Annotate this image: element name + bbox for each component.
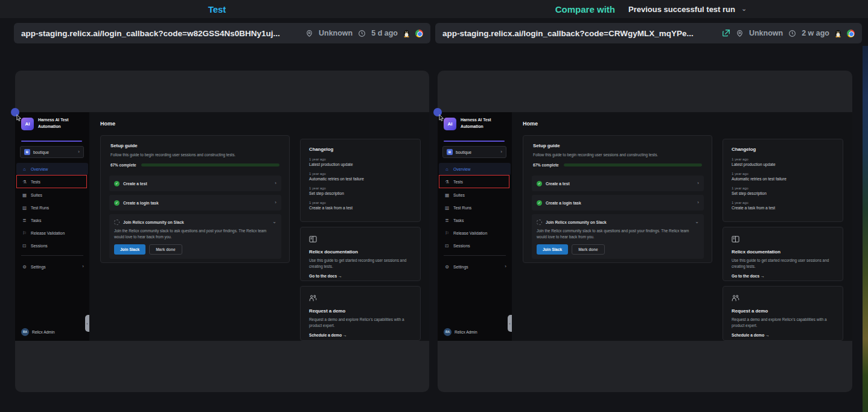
setup-item-create-login-task: ✓ Create a login task › (532, 195, 704, 211)
progress-label: 67% complete (533, 163, 559, 167)
setup-item-join-slack: Join Relicx community on Slack ⌄ Join th… (109, 214, 281, 259)
project-name: boutique (456, 150, 497, 154)
changelog-text: Automatic retries on test failure (309, 177, 412, 181)
project-initial-badge: B (447, 149, 453, 155)
compare-url-text: app-staging.relicx.ai/login_callback?cod… (442, 29, 716, 38)
unchecked-circle-icon (537, 220, 542, 225)
documentation-description: Use this guide to get started recording … (732, 258, 834, 270)
changelog-text: Latest production update (309, 162, 412, 166)
sidebar-divider (21, 255, 83, 256)
tag-icon: ⚐ (22, 230, 27, 236)
setup-item-label: Create a login task (123, 201, 271, 205)
documentation-title: Relicx documentation (732, 249, 834, 255)
changelog-time: 1 year ago (309, 157, 412, 161)
chevron-right-icon: › (275, 200, 276, 205)
setup-item-label: Join Relicx community on Slack (546, 220, 691, 224)
sidebar-collapse-handle: ‹ (508, 315, 512, 332)
app-sidebar: AI Harness AI Test Automation B boutique… (15, 112, 89, 341)
setup-guide-title: Setup guide (110, 143, 138, 148)
chevron-right-icon: › (500, 150, 502, 154)
nav-label: Settings (31, 265, 78, 269)
compare-url-meta: Unknown 2 w ago (722, 29, 855, 37)
home-icon: ⌂ (444, 166, 450, 172)
changelog-entry: 1 year ago Latest production update (309, 157, 412, 166)
sidebar-collapse-handle: ‹ (85, 315, 89, 332)
check-icon: ✓ (537, 200, 542, 206)
changelog-entry: 1 year ago Create a task from a test (309, 201, 412, 210)
changelog-time: 1 year ago (309, 172, 412, 176)
project-initial-badge: B (24, 149, 30, 155)
check-icon: ✓ (114, 200, 120, 206)
nav-label: Overview (453, 167, 470, 171)
compare-screenshot: AI Harness AI Test Automation B boutique… (438, 112, 852, 341)
video-icon: ⊡ (444, 243, 450, 249)
grid-icon: ▦ (444, 192, 450, 198)
sidebar-item-settings: ⚙ Settings › (16, 261, 88, 273)
sidebar-item-overview: ⌂ Overview (16, 163, 88, 175)
changelog-text: Set step description (309, 191, 412, 195)
nav-label: Settings (453, 265, 501, 269)
compare-run-dropdown-value: Previous successful test run (628, 5, 735, 14)
nav-label: Sessions (453, 244, 470, 248)
setup-item-label: Create a login task (546, 201, 694, 205)
request-demo-title: Request a demo (309, 308, 412, 314)
compare-url-bar[interactable]: app-staging.relicx.ai/login_callback?cod… (435, 23, 862, 43)
tests-highlight-annotation (16, 175, 87, 188)
age-label: 5 d ago (371, 29, 398, 37)
chevron-down-icon: ⌄ (741, 5, 747, 13)
book-icon (732, 235, 739, 243)
sidebar-divider (444, 255, 506, 256)
setup-guide-subtitle: Follow this guide to begin recording use… (533, 153, 658, 157)
clipped-background-image-strip (863, 46, 868, 412)
project-selector: B boutique › (20, 146, 84, 158)
header-left-half: Test (0, 0, 434, 18)
chevron-right-icon: › (697, 200, 699, 205)
test-url-bar[interactable]: app-staging.relicx.ai/login_callback?cod… (14, 23, 430, 43)
columns-icon: ▥ (444, 205, 450, 211)
setup-item-create-login-task: ✓ Create a login task › (109, 195, 281, 211)
chrome-browser-icon (415, 30, 423, 37)
external-link-icon[interactable] (722, 29, 730, 37)
brand-title: Harness AI Test Automation (38, 117, 88, 130)
setup-progress: 67% complete (110, 163, 279, 167)
setup-item-label: Create a test (546, 182, 694, 186)
request-demo-title: Request a demo (732, 308, 834, 314)
documentation-title: Relicx documentation (309, 249, 412, 255)
project-name: boutique (33, 150, 75, 154)
chevron-right-icon: › (82, 264, 84, 269)
sidebar-item-tasks: ≣ Tasks (439, 214, 511, 226)
nav-label: Release Validation (31, 231, 65, 235)
setup-guide-title: Setup guide (533, 143, 560, 148)
grid-icon: ▦ (22, 192, 27, 198)
request-demo-card: Request a demo Request a demo and explor… (300, 286, 421, 341)
setup-item-label: Create a test (123, 182, 271, 186)
compare-run-dropdown[interactable]: Previous successful test run ⌄ (628, 5, 747, 14)
user-name: Relicx Admin (455, 330, 477, 334)
avatar: RA (444, 328, 452, 336)
sidebar-item-suites: ▦ Suites (439, 189, 511, 201)
setup-item-create-test: ✓ Create a test › (109, 176, 281, 191)
setup-item-label: Join Relicx community on Slack (123, 220, 269, 224)
people-icon (732, 294, 739, 302)
request-demo-description: Request a demo and explore Relicx's capa… (732, 317, 834, 329)
location-pin-icon (736, 30, 744, 37)
test-url-meta: Unknown 5 d ago (305, 29, 423, 37)
chevron-down-icon: ⌄ (272, 220, 276, 224)
test-screenshot: AI Harness AI Test Automation B boutique… (15, 112, 429, 341)
request-demo-card: Request a demo Request a demo and explor… (723, 286, 843, 341)
header-right-half: Compare with Previous successful test ru… (434, 0, 868, 18)
test-screenshot-panel: AI Harness AI Test Automation B boutique… (15, 71, 429, 392)
changelog-entry: 1 year ago Create a task from a test (732, 201, 834, 210)
gear-icon: ⚙ (444, 264, 450, 270)
chevron-down-icon: ⌄ (695, 220, 699, 224)
nav-label: Test Runs (453, 206, 471, 210)
changelog-text: Latest production update (732, 162, 834, 166)
chevron-right-icon: › (78, 150, 80, 154)
compare-with-label: Compare with (555, 4, 615, 14)
brand-divider (444, 141, 505, 142)
changelog-time: 1 year ago (732, 186, 834, 190)
changelog-time: 1 year ago (732, 172, 834, 176)
location-pin-icon (305, 30, 313, 37)
changelog-title: Changelog (309, 147, 412, 152)
test-column-label: Test (208, 4, 226, 14)
